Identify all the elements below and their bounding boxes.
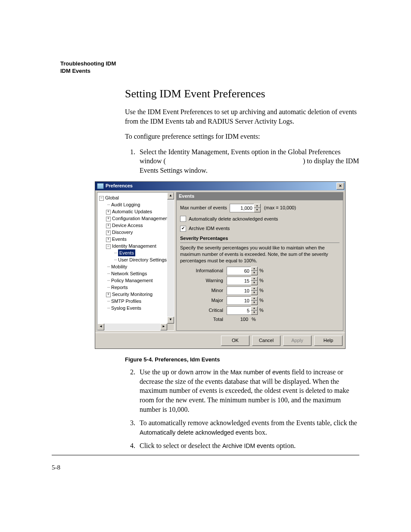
help-button[interactable]: Help [314, 336, 342, 346]
close-button[interactable]: × [336, 183, 344, 190]
sev-info-spinner[interactable]: ▲▼ [227, 267, 258, 275]
tree-selected[interactable]: Events [118, 249, 135, 256]
step-4: Click to select or deselect the Archive … [137, 441, 359, 451]
apply-button[interactable]: Apply [283, 336, 311, 346]
app-icon [97, 183, 104, 189]
sev-warn-spinner[interactable]: ▲▼ [227, 277, 258, 285]
preferences-window: Preferences × −Global ┄Audit Logging +Au… [95, 181, 346, 349]
severity-help: Specify the severity percentages you wou… [180, 245, 339, 264]
scroll-right-icon[interactable]: ► [160, 324, 167, 330]
step-1: Select the Identity Management, Events o… [137, 147, 359, 175]
intro-para-2: To configure preference settings for IDM… [125, 132, 359, 141]
max-events-input[interactable] [230, 204, 254, 212]
cancel-button[interactable]: Cancel [252, 336, 280, 346]
running-head-line2: IDM Events [60, 68, 116, 75]
ok-button[interactable]: OK [221, 336, 249, 346]
spin-up-icon[interactable]: ▲ [254, 204, 261, 208]
preferences-tree[interactable]: −Global ┄Audit Logging +Automatic Update… [97, 193, 174, 313]
running-head-line1: Troubleshooting IDM [60, 60, 116, 68]
intro-para-1: Use the IDM Event Preferences to set up … [125, 107, 359, 126]
spin-down-icon[interactable]: ▼ [254, 208, 261, 212]
events-header: Events [176, 192, 343, 200]
titlebar: Preferences × [95, 182, 345, 190]
auto-delete-label: Automatically delete acknowledged events [189, 216, 278, 222]
footer-rule [52, 455, 359, 455]
step-3: To automatically remove acknowledged eve… [137, 418, 359, 437]
page-number: 5-8 [52, 463, 60, 472]
severity-grid: Informational▲▼% Warning▲▼% Minor▲▼% Maj… [180, 267, 339, 323]
severity-title: Severity Percentages [180, 235, 339, 242]
sev-critical-spinner[interactable]: ▲▼ [227, 306, 258, 315]
scroll-left-icon[interactable]: ◄ [97, 324, 104, 330]
window-title: Preferences [106, 183, 133, 189]
archive-checkbox[interactable]: ✔ [180, 226, 186, 232]
scroll-up-icon[interactable]: ▲ [167, 193, 174, 199]
section-title: Setting IDM Event Preferences [125, 86, 359, 101]
max-events-spinner[interactable]: ▲▼ [230, 204, 261, 212]
max-events-label: Max number of events [180, 205, 227, 211]
sev-minor-spinner[interactable]: ▲▼ [227, 286, 258, 295]
auto-delete-checkbox[interactable] [180, 216, 186, 222]
figure-caption: Figure 5-4. Preferences, Idm Events [125, 356, 359, 364]
dialog-buttons: OK Cancel Apply Help [95, 333, 345, 348]
step-2: Use the up or down arrow in the Max numb… [137, 367, 359, 414]
steps-list-bottom: Use the up or down arrow in the Max numb… [125, 367, 359, 451]
tree-pane: −Global ┄Audit Logging +Automatic Update… [97, 192, 174, 331]
max-events-hint: (max = 10,000) [264, 205, 296, 211]
content-pane: Events Max number of events ▲▼ (max = 10… [176, 192, 343, 331]
scroll-down-icon[interactable]: ▼ [167, 317, 174, 324]
tree-hscroll[interactable]: ◄ ► [97, 324, 167, 330]
running-head: Troubleshooting IDM IDM Events [60, 60, 116, 75]
sev-major-spinner[interactable]: ▲▼ [227, 296, 258, 305]
steps-list-top: Select the Identity Management, Events o… [125, 147, 359, 175]
tree-vscroll[interactable]: ▲ ▼ [167, 193, 174, 324]
archive-label: Archive IDM events [189, 225, 230, 232]
